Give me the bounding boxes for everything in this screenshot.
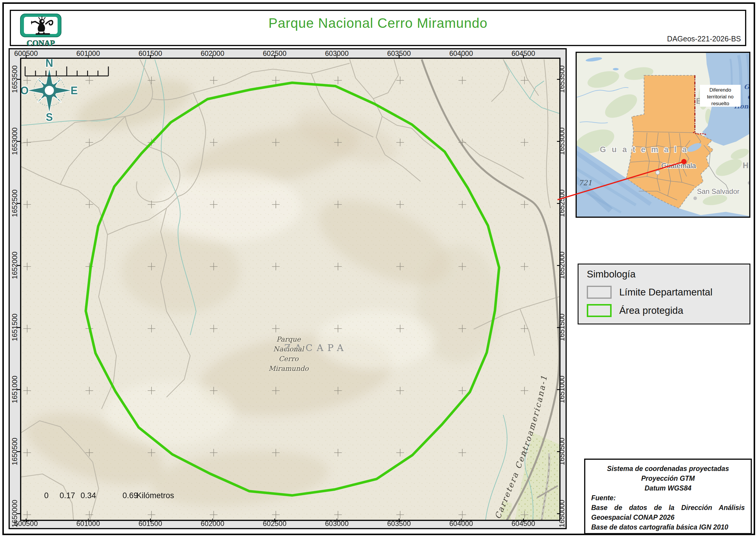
main-map: Carretera Centroamericana-10 [20,58,560,521]
dispute-note: Diferendo territorial no resuelto [700,85,740,107]
park-name-line: Parque [255,334,322,344]
inset-gulf-label-fragment-b: d [747,93,749,100]
inset-city-label: Guatemala [661,162,696,170]
scalebar [21,59,140,80]
grid-tick [17,141,20,142]
park-name-line: Miramundo [255,364,322,374]
inset-locator-map: G u a t e m a l a Guatemala San Salvador… [576,52,750,218]
grid-tick [26,519,27,522]
grid-tick [399,519,399,522]
main-map-canvas: Carretera Centroamericana-10 [21,59,559,520]
document-id: DAGeos-221-2026-BS [667,35,741,43]
inset-san-salvador-marker [693,196,697,200]
grid-tick [17,327,20,328]
compass-south-label: S [46,111,53,122]
legend-swatch-protected [587,304,612,317]
grid-tick [17,513,20,514]
park-name-line: Nacional [255,344,322,354]
grid-tick [337,55,337,58]
compass-east-label: E [71,84,78,97]
park-name-label: ParqueNacionalCerroMiramundo [255,334,322,374]
scalebar-unit: Kilómetros [137,491,174,500]
park-name-line: Cerro [255,354,322,364]
inset-canvas: G u a t e m a l a Guatemala San Salvador… [577,53,749,217]
legend-title: Simbología [587,269,636,280]
grid-tick [17,203,20,204]
legend: Simbología Límite DepartamentalÁrea prot… [578,264,750,324]
grid-tick [274,55,275,58]
grid-tick [150,55,151,58]
grid-tick [523,55,524,58]
conap-logo-text: CONAP [27,39,55,48]
page-title: Parque Nacional Cerro Miramundo [11,15,745,31]
map-sheet: CONAP Parque Nacional Cerro Miramundo DA… [0,0,756,536]
inset-honduras-label: H o [743,161,749,170]
legend-label: Límite Departamental [619,286,712,298]
compass-west-label: O [21,84,29,97]
scalebar-value: 0.34 [80,491,96,500]
grid-tick [17,451,20,452]
scalebar-value: 0.69 [123,491,138,500]
grid-tick [461,519,462,522]
grid-tick [557,79,560,80]
legend-swatch-departmental [587,286,612,299]
legend-label: Área protegida [619,305,683,316]
grid-tick [557,141,560,142]
inset-san-salvador-label: San Salvador [697,187,740,195]
grid-tick [461,55,462,58]
grid-tick [212,519,213,522]
header: CONAP Parque Nacional Cerro Miramundo DA… [10,10,746,46]
grid-tick [557,389,560,390]
credits-line: Sistema de coordenadas proyectadas [591,464,745,474]
inset-gulf-label-fragment-a: Gu [744,83,749,90]
legend-item-protected: Área protegida [587,304,683,317]
grid-tick [212,55,213,58]
grid-tick [337,519,337,522]
legend-item-departmental: Límite Departamental [587,286,712,299]
grid-tick [17,389,20,390]
inset-depth-label: 721 [579,179,592,187]
grid-tick [557,513,560,514]
credits-line: Fuente: [591,493,745,503]
credits-box: Sistema de coordenadas proyectadasProyec… [584,458,752,534]
grid-tick [399,55,399,58]
credits-line: Base de datos de la Dirección Análisis G… [591,503,745,522]
grid-tick [150,519,151,522]
grid-tick [523,519,524,522]
terrain-stipple [21,59,559,520]
credits-line: Base de datos cartografía básica IGN 201… [591,522,745,532]
grid-tick [17,265,20,266]
credits-line: Datum WGS84 [591,484,745,493]
grid-tick [88,55,89,58]
grid-tick [17,79,20,80]
credits-line: Proyección GTM [591,474,745,484]
inset-country-label: G u a t e m a l a [600,145,688,154]
inset-guatemala-city-marker [656,171,660,175]
grid-tick [557,265,560,266]
grid-tick [557,327,560,328]
grid-tick [274,519,275,522]
grid-tick [557,451,560,452]
scalebar-value: 0.17 [60,491,75,500]
grid-tick [26,55,27,58]
grid-tick [557,203,560,204]
grid-tick [88,519,89,522]
scalebar-value: 0 [44,491,48,500]
